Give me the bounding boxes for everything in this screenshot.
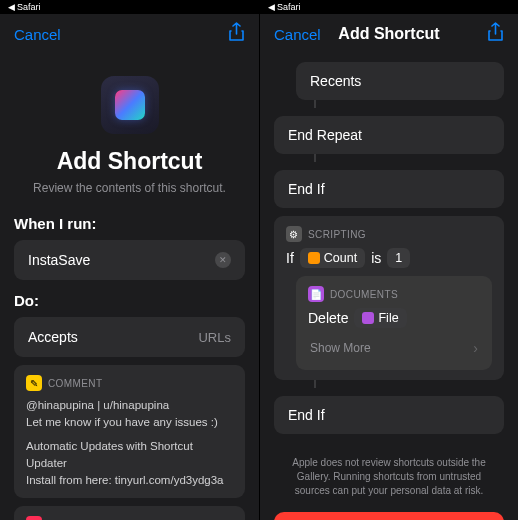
step-end-if[interactable]: End If — [274, 396, 504, 434]
comment-block: ✎ COMMENT @hinapupina | u/hinapupina Let… — [14, 365, 245, 498]
status-bar: ◀ Safari — [260, 0, 518, 14]
comment-header: ✎ COMMENT — [26, 375, 233, 391]
when-i-run-label: When I run: — [14, 215, 245, 232]
chevron-right-icon: › — [473, 340, 478, 356]
screen-left: ◀ Safari Cancel Add Shortcut Review the … — [0, 0, 259, 520]
share-icon — [487, 22, 504, 42]
add-untrusted-button[interactable]: Add Untrusted Shortcut — [274, 512, 504, 520]
back-to-app-icon: ◀ — [8, 2, 15, 12]
step-end-repeat[interactable]: End Repeat — [274, 116, 504, 154]
count-token[interactable]: Count — [300, 248, 365, 268]
shortcuts-header: ◆ SHORTCUTS — [26, 516, 233, 520]
shortcut-app-icon — [101, 76, 159, 134]
cancel-button[interactable]: Cancel — [14, 26, 61, 43]
scripting-header: ⚙ SCRIPTING — [286, 226, 492, 242]
scripting-block: ⚙ SCRIPTING If Count is 1 📄 DOCUMENTS De… — [274, 216, 504, 380]
shortcuts-block: ◆ SHORTCUTS — [14, 506, 245, 520]
step-end-if[interactable]: End If — [274, 170, 504, 208]
step-recents[interactable]: Recents — [296, 62, 504, 100]
content-left: Add Shortcut Review the contents of this… — [0, 76, 259, 520]
connector — [314, 100, 316, 108]
scripting-icon: ⚙ — [286, 226, 302, 242]
comment-body: @hinapupina | u/hinapupina Let me know i… — [26, 397, 233, 488]
nav-bar: Cancel Add Shortcut — [260, 14, 518, 54]
do-label: Do: — [14, 292, 245, 309]
trust-disclaimer: Apple does not review shortcuts outside … — [278, 456, 500, 498]
clear-icon[interactable]: ✕ — [215, 252, 231, 268]
if-row[interactable]: If Count is 1 — [286, 248, 492, 268]
comment-icon: ✎ — [26, 375, 42, 391]
page-title: Add Shortcut — [14, 148, 245, 175]
share-button[interactable] — [487, 22, 504, 47]
status-bar: ◀ Safari — [0, 0, 259, 14]
cancel-button[interactable]: Cancel — [274, 26, 321, 43]
page-subtitle: Review the contents of this shortcut. — [14, 181, 245, 195]
documents-icon: 📄 — [308, 286, 324, 302]
share-button[interactable] — [228, 22, 245, 47]
connector — [314, 380, 316, 388]
accepts-label: Accepts — [28, 329, 78, 345]
documents-header: 📄 DOCUMENTS — [308, 286, 480, 302]
screen-right: ◀ Safari Cancel Add Shortcut Recents End… — [259, 0, 518, 520]
connector — [314, 154, 316, 162]
content-right: Recents End Repeat End If ⚙ SCRIPTING If… — [260, 62, 518, 520]
shortcuts-icon: ◆ — [26, 516, 42, 520]
documents-block: 📄 DOCUMENTS Delete File Show More › — [296, 276, 492, 370]
accepts-row[interactable]: Accepts URLs — [14, 317, 245, 357]
back-to-app-icon: ◀ — [268, 2, 275, 12]
accepts-value: URLs — [198, 330, 231, 345]
shortcut-name-text: InstaSave — [28, 252, 90, 268]
delete-row[interactable]: Delete File — [308, 308, 480, 328]
file-token[interactable]: File — [354, 308, 406, 328]
status-app-name[interactable]: Safari — [17, 2, 41, 12]
share-icon — [228, 22, 245, 42]
shortcut-name-field[interactable]: InstaSave ✕ — [14, 240, 245, 280]
show-more-row[interactable]: Show More › — [308, 336, 480, 360]
nav-title: Add Shortcut — [338, 25, 439, 43]
value-token[interactable]: 1 — [387, 248, 410, 268]
nav-bar: Cancel — [0, 14, 259, 54]
status-app-name[interactable]: Safari — [277, 2, 301, 12]
